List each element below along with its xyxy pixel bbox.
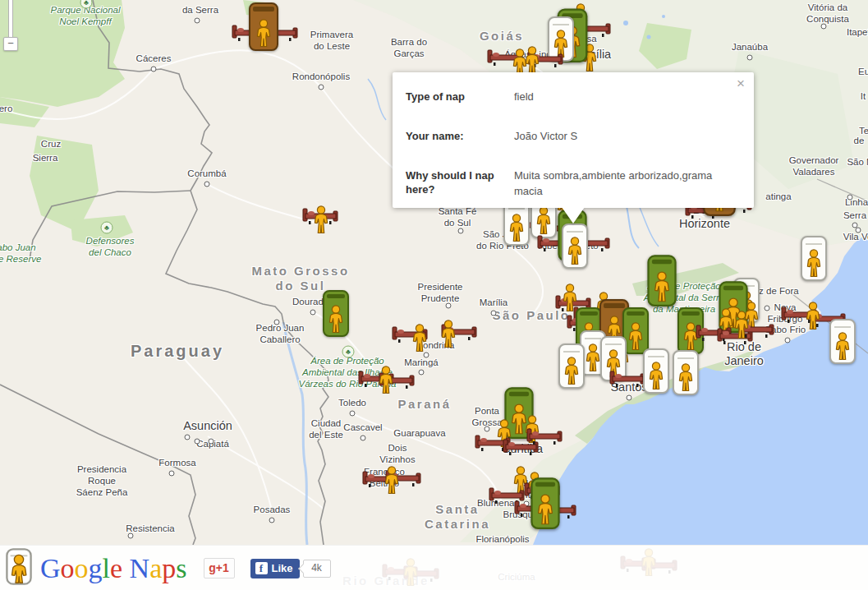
town-dot — [821, 24, 827, 30]
logo-letter: g — [89, 553, 103, 583]
map-label: Eu — [858, 67, 868, 78]
map-label: abo Juanlife Reserve — [0, 242, 41, 265]
logo-letter: e — [110, 553, 122, 583]
town-dot — [747, 55, 753, 61]
town-dot — [269, 518, 275, 523]
map-label: Cáceres — [136, 53, 172, 65]
nap-marker-person[interactable] — [733, 311, 750, 339]
facebook-like-button[interactable]: f Like — [250, 559, 300, 578]
town-dot — [350, 411, 356, 417]
map-label: da Serra — [182, 5, 218, 16]
map-label: atinga — [765, 191, 791, 203]
info-row-label: Type of nap — [406, 90, 514, 105]
map-label: Cascavel — [343, 422, 382, 434]
map-label: Pedro JuanCaballero — [256, 323, 305, 346]
town-dot — [319, 85, 324, 90]
nap-marker-green[interactable] — [647, 255, 676, 307]
town-dot — [209, 439, 214, 445]
map-label: Sierra — [33, 153, 58, 164]
bed-logo-icon — [6, 547, 32, 589]
town-dot — [446, 303, 452, 309]
like-count-badge: 4k — [303, 560, 331, 578]
map-label: Vitória daConquista — [806, 2, 849, 25]
nap-marker-white[interactable] — [558, 343, 585, 389]
nap-marker-person[interactable] — [383, 466, 400, 494]
town-dot — [204, 182, 210, 187]
map-label: Paraná — [397, 397, 451, 412]
info-window-tail — [562, 207, 585, 224]
nap-marker-white[interactable] — [562, 224, 588, 269]
nap-marker-person[interactable] — [313, 205, 329, 233]
town-dot — [310, 310, 316, 316]
info-row-label: Your name: — [406, 129, 514, 145]
map-label: Posadas — [254, 505, 291, 516]
nap-marker-white[interactable] — [801, 236, 827, 281]
nap-marker-white[interactable] — [643, 348, 669, 394]
town-dot — [485, 426, 490, 432]
town-dot — [185, 435, 191, 440]
nap-marker-white[interactable] — [829, 319, 856, 364]
map-label: Goiás — [480, 29, 524, 44]
town-dot — [128, 533, 134, 539]
nap-marker-white[interactable] — [673, 350, 699, 395]
map-label: PresidentePrudente — [418, 282, 463, 305]
map-label: Ciudaddel Este — [309, 418, 343, 441]
town-dot — [785, 338, 791, 343]
info-row-value: Muita sombra,ambiente arborizado,grama m… — [514, 168, 726, 200]
info-row-value: João Victor S — [514, 129, 726, 145]
logo-letter: o — [75, 553, 89, 583]
logo-letter — [122, 553, 130, 583]
map-label: Guarapuava — [393, 428, 445, 440]
map-label: Florianópolis — [475, 534, 529, 546]
map-label: Toledo — [338, 398, 366, 409]
close-icon[interactable]: × — [737, 76, 745, 90]
nap-marker-person[interactable] — [524, 46, 540, 74]
nap-marker-bed[interactable] — [609, 371, 645, 387]
nap-marker-green[interactable] — [323, 290, 349, 337]
logo-letter: N — [130, 553, 150, 583]
info-row-label: Why should I nap here? — [406, 168, 514, 200]
map-label: São M — [847, 157, 868, 168]
nap-marker-person[interactable] — [440, 320, 457, 348]
map-label: Primaverado Leste — [310, 30, 353, 53]
map-label: GovernadorValadares — [789, 155, 839, 178]
nap-marker-bed[interactable] — [526, 428, 563, 445]
map-label: Corumbá — [187, 168, 226, 180]
logo-letter: G — [40, 553, 61, 583]
nap-marker-person[interactable] — [411, 324, 428, 352]
map-label: It — [861, 91, 866, 103]
map-label: de — [854, 136, 865, 147]
map-label: Resistencia — [126, 523, 174, 535]
nap-marker-brown[interactable] — [249, 2, 278, 51]
zoom-slider-track[interactable] — [8, 0, 13, 39]
logo-letter: l — [103, 553, 110, 583]
info-row-value: field — [514, 90, 726, 105]
park-tree-icon: ♣ — [101, 222, 113, 234]
town-dot — [151, 67, 157, 72]
nap-marker-person[interactable] — [805, 302, 821, 330]
logo-letter: a — [149, 553, 162, 583]
town-dot — [195, 439, 200, 445]
nap-marker-green[interactable] — [530, 477, 559, 529]
map-label: Cruz — [41, 139, 61, 150]
map-label: Paraguay — [131, 341, 224, 361]
map-label: DoisVizinhos — [379, 443, 415, 466]
map-label: PresidenciaRoqueSáenz Peña — [76, 464, 128, 498]
map-label: Formosa — [158, 458, 195, 469]
nap-marker-person[interactable] — [378, 366, 394, 394]
town-dot — [361, 436, 366, 441]
like-button-label: Like — [272, 562, 293, 574]
town-dot — [419, 370, 425, 376]
town-dot — [765, 306, 770, 311]
map-label: Rondonópolis — [292, 71, 350, 83]
map-label: Maringá — [404, 357, 439, 369]
map-label: Marília — [480, 297, 508, 309]
footer-bar: Google Naps g+1 f Like 4k — [0, 545, 868, 590]
map-label: Defensoresdel Chaco — [86, 236, 135, 259]
map-label: Asunción — [183, 419, 232, 433]
town-dot — [195, 18, 200, 24]
google-plus-one-button[interactable]: g+1 — [204, 558, 235, 578]
google-naps-app: GoiásMato Grossodo SulSão PauloParanáSan… — [0, 0, 868, 590]
zoom-out-button[interactable]: − — [3, 37, 18, 51]
town-dot — [424, 353, 429, 358]
